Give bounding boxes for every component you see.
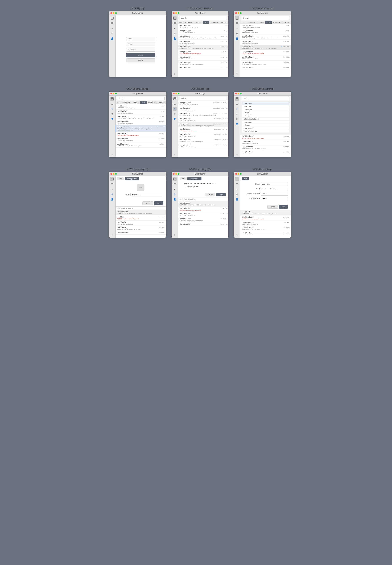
log-item[interactable]: user@mail.com14:40 PM INFO: a nice infor… bbox=[240, 140, 291, 145]
star-icon-09[interactable]: ★ bbox=[235, 187, 239, 191]
cancel-btn-09[interactable]: Cancel bbox=[267, 205, 278, 209]
stream-icon-03[interactable] bbox=[235, 16, 239, 20]
min-04[interactable] bbox=[113, 93, 114, 94]
starred-item[interactable]: user@mail.com30.12.2015 11:15 AM WARNING… bbox=[178, 122, 229, 127]
log-item[interactable]: user@mail.com14:40 PM INFO: a nice infor… bbox=[178, 55, 229, 61]
log-item[interactable]: user@mail.com14:44 PM ERROR: ouch, an er… bbox=[116, 215, 166, 220]
log-item-hovered[interactable]: user@mail.com ⊡ 15:00 PM WARNING: oh no,… bbox=[240, 45, 291, 50]
close-07[interactable] bbox=[111, 173, 112, 175]
list-icon-09[interactable] bbox=[235, 182, 239, 186]
min-05[interactable] bbox=[175, 93, 177, 94]
add-05[interactable]: + bbox=[174, 153, 176, 156]
user-icon-03[interactable]: 👤 bbox=[235, 37, 239, 41]
max-09[interactable] bbox=[240, 173, 242, 175]
check-icon-06[interactable]: ✓ bbox=[235, 107, 239, 111]
name-input[interactable] bbox=[126, 37, 155, 41]
add-09[interactable]: + bbox=[236, 233, 238, 236]
log-item[interactable]: user@mail.com14:44 PM ERROR: ouch, an er… bbox=[178, 50, 229, 55]
min-07[interactable] bbox=[113, 173, 114, 175]
star-icon-03[interactable]: ★ bbox=[235, 27, 239, 30]
log-item[interactable]: user@mail.com14:15 PM bbox=[240, 231, 291, 235]
max-03[interactable] bbox=[240, 12, 242, 14]
f-debug-03[interactable]: DEBUG bbox=[257, 21, 265, 24]
saved-search-item[interactable]: me hac quo bbox=[242, 105, 289, 108]
log-item[interactable]: user@mail.com14:40 PM INFO: a nice infor… bbox=[116, 220, 166, 226]
close-08[interactable] bbox=[173, 173, 175, 175]
gear-icon-09[interactable]: ⚙ bbox=[235, 192, 239, 196]
list-icon-07[interactable] bbox=[110, 182, 114, 186]
log-item[interactable]: user@mail.com14:40 PM INFO: a nice infor… bbox=[116, 137, 166, 142]
gear-icon-05[interactable]: ⚙ bbox=[173, 112, 177, 116]
star-icon-05[interactable]: ★ bbox=[173, 107, 177, 111]
f-warning-03[interactable]: WARNING bbox=[272, 21, 282, 24]
log-item[interactable]: user@mail.com14:44 PM ERROR: ouch, an er… bbox=[240, 50, 291, 55]
min-06[interactable] bbox=[238, 93, 239, 94]
save-btn-09[interactable]: Save bbox=[279, 205, 288, 209]
starred-item[interactable]: user@mail.com30.12.2015 4:21 PM INFO: a … bbox=[178, 133, 229, 138]
search-06[interactable] bbox=[242, 96, 290, 100]
log-item[interactable]: user@mail.com14:15 PM bbox=[240, 66, 291, 69]
log-item[interactable]: user@mail.com14:21 PM WARNING: oh no, th… bbox=[116, 226, 166, 231]
gear-icon-06[interactable]: ⚙ bbox=[235, 117, 239, 121]
log-item[interactable]: user@mail.com14:21 PM WARNING: oh no, th… bbox=[178, 61, 229, 66]
max-04[interactable] bbox=[115, 93, 117, 94]
f-verbose-03[interactable]: VERBOSE bbox=[246, 21, 257, 24]
gear-icon[interactable]: ⚙ bbox=[173, 31, 177, 36]
saved-search-item[interactable]: paoum clan bbox=[242, 121, 289, 124]
stream-icon-07[interactable] bbox=[110, 177, 114, 181]
saved-search-item[interactable]: te feugat nulla facilisi bbox=[242, 118, 289, 121]
log-item[interactable]: user@mail.com15:30 PM DEBUG: something t… bbox=[116, 115, 166, 120]
email-input-09[interactable] bbox=[261, 187, 288, 191]
min-08[interactable] bbox=[175, 173, 177, 175]
filter-all[interactable]: ALL bbox=[178, 21, 184, 24]
log-item[interactable]: user@mail.com15:20 PM INFO: a nice infor… bbox=[240, 40, 291, 45]
appid-input[interactable] bbox=[126, 42, 155, 46]
newpw-input-09[interactable] bbox=[261, 197, 288, 200]
search-input-02[interactable] bbox=[180, 16, 227, 20]
log-item[interactable]: user@mail.com14:40 PM INFO: a nice infor… bbox=[240, 55, 291, 61]
filter-info[interactable]: INFO bbox=[203, 21, 210, 24]
max-btn[interactable] bbox=[178, 12, 179, 14]
appsecret-input[interactable] bbox=[126, 48, 155, 52]
maximize-button[interactable] bbox=[115, 12, 117, 14]
max-07[interactable] bbox=[115, 173, 117, 175]
min-03[interactable] bbox=[238, 12, 239, 14]
stream-icon-09[interactable] bbox=[235, 177, 239, 181]
add-stream-03[interactable]: + bbox=[236, 72, 238, 76]
list-icon-08[interactable] bbox=[173, 182, 177, 186]
tab-config-07[interactable]: Configuration bbox=[125, 177, 139, 180]
f-error-03[interactable]: ERROR bbox=[282, 21, 291, 24]
save-btn-07[interactable]: Save bbox=[154, 201, 163, 205]
log-item[interactable]: user@mail.com14:44 PM ERROR: ouch, an er… bbox=[240, 216, 291, 221]
star-icon-04[interactable]: ★ bbox=[110, 107, 114, 111]
log-item[interactable]: INFO: a nice information bbox=[116, 207, 166, 210]
minimize-button[interactable] bbox=[113, 12, 114, 14]
gear-icon-08[interactable]: ⚙ bbox=[173, 192, 177, 196]
log-item[interactable]: user@mail.com14:44 PM ERROR: ouch, an er… bbox=[116, 132, 166, 137]
close-05[interactable] bbox=[173, 93, 175, 94]
log-item[interactable]: user@mail.com WARNING: oh no, that won't… bbox=[116, 210, 166, 215]
list-icon[interactable] bbox=[173, 21, 177, 25]
log-item[interactable]: user@mail.com35 M INFO: a nice informati… bbox=[178, 29, 229, 34]
f-info-04[interactable]: INFO bbox=[140, 101, 147, 104]
log-item[interactable]: user@mail.com15:20 PM INFO: a nice infor… bbox=[178, 40, 229, 45]
log-item[interactable]: user@mail.com WARNING: oh no, that won't… bbox=[178, 201, 229, 207]
log-item[interactable]: INFO: a nice information bbox=[178, 198, 229, 201]
add-06[interactable]: + bbox=[236, 153, 238, 156]
log-item[interactable]: user@mail.com14:15 PM bbox=[240, 150, 291, 154]
cancel-button[interactable]: Cancel bbox=[126, 58, 155, 62]
log-item[interactable]: user@mail.com10 M VERBOSE: not so import… bbox=[116, 104, 166, 110]
sidebar-icon-stream[interactable] bbox=[110, 16, 114, 20]
log-item[interactable]: user@mail.com14:40 PM INFO: a nice infor… bbox=[178, 212, 229, 217]
log-item-selected[interactable]: user@mail.com ⊡ 15:00 PM WARNING: oh no,… bbox=[116, 125, 166, 132]
app-icon[interactable]: Icon bbox=[137, 184, 144, 191]
tab-info-07[interactable]: Info bbox=[117, 177, 125, 180]
f-err-04[interactable]: ERROR bbox=[157, 101, 166, 104]
sidebar-icon-list[interactable] bbox=[110, 21, 114, 25]
log-item[interactable]: user@mail.com14:21 PM WARNING: oh no, th… bbox=[178, 217, 229, 222]
name-input-09[interactable] bbox=[261, 182, 288, 186]
log-item[interactable]: user@mail.com14:21 PM WARNING: oh no, th… bbox=[240, 226, 291, 231]
curpw-input-09[interactable] bbox=[261, 192, 288, 195]
add-stream-button[interactable]: + bbox=[174, 72, 176, 76]
user-icon-06[interactable]: 👤 bbox=[235, 122, 239, 126]
